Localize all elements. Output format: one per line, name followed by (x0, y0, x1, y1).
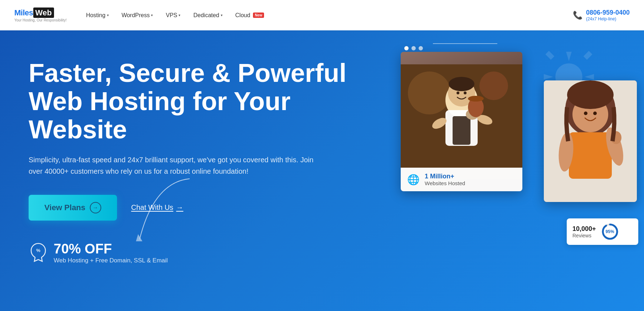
phone-section: 📞 0806-959-0400 (24x7 Help-line) (573, 9, 630, 21)
logo[interactable]: MilesWeb Your Hosting, Our Responsibilit… (14, 8, 67, 22)
reviews-pct: 95% (606, 229, 614, 234)
svg-text:%: % (36, 248, 40, 253)
svg-point-27 (593, 112, 597, 115)
carousel-dot-2[interactable] (411, 46, 416, 50)
reviews-card: 10,000+ Reviews 95% (567, 218, 638, 245)
hero-secondary-image (544, 80, 637, 202)
websites-stat-card: 🌐 1 Million+ Websites Hosted (401, 168, 522, 191)
curved-arrow-icon (132, 175, 197, 247)
svg-rect-21 (569, 132, 612, 179)
hero-main-image: 🌐 1 Million+ Websites Hosted (401, 52, 522, 191)
new-badge: New (253, 13, 264, 18)
logo-miles: Miles (14, 8, 33, 17)
svg-point-7 (449, 77, 474, 91)
arrow-circle-icon: → (90, 202, 101, 213)
discount-icon: % (29, 242, 48, 267)
svg-point-15 (457, 92, 459, 94)
svg-point-14 (468, 96, 484, 102)
svg-point-3 (408, 71, 451, 114)
stat-websites-label: Websites Hosted (425, 180, 465, 186)
logo-tagline: Your Hosting, Our Responsibility! (14, 18, 67, 22)
svg-point-16 (464, 92, 467, 94)
svg-marker-1 (136, 234, 142, 241)
hero-title: Faster, Secure & Powerful Web Hosting fo… (29, 59, 351, 144)
nav-item-hosting[interactable]: Hosting ▾ (81, 9, 113, 21)
view-plans-button[interactable]: View Plans → (29, 195, 117, 221)
stat-websites-count: 1 Million+ (425, 173, 465, 180)
discount-detail: Web Hosting + Free Domain, SSL & Email (54, 257, 168, 264)
carousel-dots[interactable] (404, 46, 423, 50)
reviews-label: Reviews (572, 233, 596, 238)
svg-point-20 (567, 80, 614, 109)
nav-item-cloud[interactable]: Cloud New (230, 9, 269, 21)
chevron-down-icon: ▾ (179, 13, 180, 17)
reviews-progress-circle: 95% (601, 223, 619, 241)
phone-number[interactable]: 0806-959-0400 (586, 9, 630, 16)
chevron-down-icon: ▾ (151, 13, 153, 17)
nav-label-dedicated: Dedicated (193, 12, 219, 19)
carousel-line (433, 43, 497, 44)
nav-links: Hosting ▾ WordPress ▾ VPS ▾ Dedicated ▾ … (81, 9, 573, 21)
website-icon: 🌐 (407, 174, 420, 186)
carousel-dot-3[interactable] (419, 46, 423, 50)
reviews-count: 10,000+ (572, 225, 596, 233)
phone-icon: 📞 (573, 11, 582, 20)
logo-web: Web (33, 8, 54, 18)
chevron-down-icon: ▾ (107, 13, 109, 17)
navbar: MilesWeb Your Hosting, Our Responsibilit… (0, 0, 644, 30)
hero-images: 🌐 1 Million+ Websites Hosted (394, 52, 644, 309)
nav-item-vps[interactable]: VPS ▾ (161, 9, 185, 21)
nav-label-hosting: Hosting (86, 12, 105, 19)
hero-subtitle: Simplicity, ultra-fast speed and 24x7 br… (29, 154, 315, 177)
carousel-dot-1[interactable] (404, 46, 409, 50)
hero-section: Faster, Secure & Powerful Web Hosting fo… (0, 30, 644, 311)
nav-item-dedicated[interactable]: Dedicated ▾ (188, 9, 227, 21)
svg-rect-9 (453, 116, 470, 145)
nav-item-wordpress[interactable]: WordPress ▾ (117, 9, 158, 21)
chevron-down-icon: ▾ (221, 13, 223, 17)
nav-label-cloud: Cloud (235, 12, 250, 19)
phone-subtitle: (24x7 Help-line) (586, 16, 630, 21)
nav-label-wordpress: WordPress (122, 12, 150, 19)
svg-point-4 (479, 71, 508, 100)
svg-point-26 (584, 112, 587, 115)
nav-label-vps: VPS (166, 12, 177, 19)
